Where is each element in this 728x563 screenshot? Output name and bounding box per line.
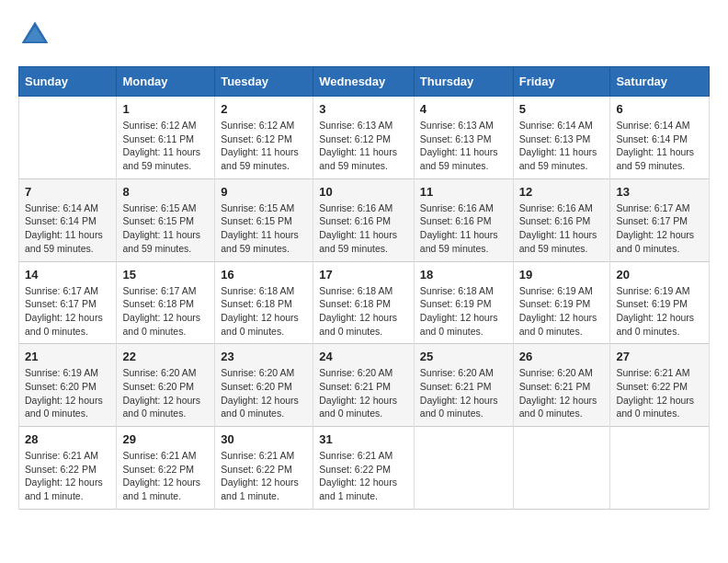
- day-info: Sunrise: 6:21 AMSunset: 6:22 PMDaylight:…: [122, 449, 209, 503]
- day-cell: 6Sunrise: 6:14 AMSunset: 6:14 PMDaylight…: [610, 97, 710, 179]
- day-info: Sunrise: 6:19 AMSunset: 6:20 PMDaylight:…: [25, 366, 110, 420]
- day-cell: 28Sunrise: 6:21 AMSunset: 6:22 PMDayligh…: [19, 427, 117, 510]
- day-info: Sunrise: 6:12 AMSunset: 6:12 PMDaylight:…: [221, 119, 307, 173]
- day-number: 3: [319, 102, 408, 116]
- day-info: Sunrise: 6:20 AMSunset: 6:20 PMDaylight:…: [221, 366, 307, 420]
- week-row-4: 21Sunrise: 6:19 AMSunset: 6:20 PMDayligh…: [19, 344, 710, 427]
- header-cell-friday: Friday: [513, 67, 610, 97]
- day-cell: 16Sunrise: 6:18 AMSunset: 6:18 PMDayligh…: [215, 261, 313, 344]
- day-cell: [513, 427, 610, 510]
- day-cell: 22Sunrise: 6:20 AMSunset: 6:20 PMDayligh…: [117, 344, 215, 427]
- day-info: Sunrise: 6:21 AMSunset: 6:22 PMDaylight:…: [319, 449, 408, 503]
- day-info: Sunrise: 6:20 AMSunset: 6:20 PMDaylight:…: [122, 366, 209, 420]
- logo: [18, 18, 57, 52]
- header-cell-saturday: Saturday: [610, 67, 710, 97]
- week-row-1: 1Sunrise: 6:12 AMSunset: 6:11 PMDaylight…: [19, 97, 710, 179]
- day-cell: [414, 427, 513, 510]
- day-number: 26: [519, 350, 605, 363]
- day-number: 9: [221, 185, 307, 199]
- day-number: 23: [221, 350, 307, 363]
- day-number: 25: [420, 350, 507, 363]
- header-cell-thursday: Thursday: [414, 67, 513, 97]
- day-number: 10: [319, 185, 408, 199]
- day-info: Sunrise: 6:13 AMSunset: 6:12 PMDaylight:…: [319, 119, 408, 173]
- day-cell: 13Sunrise: 6:17 AMSunset: 6:17 PMDayligh…: [610, 178, 710, 261]
- day-cell: 27Sunrise: 6:21 AMSunset: 6:22 PMDayligh…: [610, 344, 710, 427]
- day-number: 14: [25, 268, 110, 282]
- day-info: Sunrise: 6:20 AMSunset: 6:21 PMDaylight:…: [420, 366, 507, 420]
- day-number: 27: [616, 350, 703, 363]
- calendar-table: SundayMondayTuesdayWednesdayThursdayFrid…: [18, 66, 710, 510]
- day-cell: 17Sunrise: 6:18 AMSunset: 6:18 PMDayligh…: [313, 261, 415, 344]
- day-info: Sunrise: 6:21 AMSunset: 6:22 PMDaylight:…: [616, 366, 703, 420]
- day-cell: 15Sunrise: 6:17 AMSunset: 6:18 PMDayligh…: [117, 261, 215, 344]
- day-number: 15: [122, 268, 209, 282]
- day-number: 11: [420, 185, 507, 199]
- header-cell-sunday: Sunday: [19, 67, 117, 97]
- day-cell: 23Sunrise: 6:20 AMSunset: 6:20 PMDayligh…: [215, 344, 313, 427]
- day-cell: 2Sunrise: 6:12 AMSunset: 6:12 PMDaylight…: [215, 97, 313, 179]
- day-info: Sunrise: 6:17 AMSunset: 6:18 PMDaylight:…: [122, 284, 209, 339]
- day-cell: 29Sunrise: 6:21 AMSunset: 6:22 PMDayligh…: [117, 427, 215, 510]
- day-number: 29: [122, 432, 209, 446]
- day-number: 4: [420, 102, 507, 116]
- calendar-header: SundayMondayTuesdayWednesdayThursdayFrid…: [19, 67, 710, 97]
- day-info: Sunrise: 6:14 AMSunset: 6:14 PMDaylight:…: [616, 119, 703, 173]
- day-info: Sunrise: 6:15 AMSunset: 6:15 PMDaylight:…: [221, 201, 307, 256]
- calendar-body: 1Sunrise: 6:12 AMSunset: 6:11 PMDaylight…: [19, 97, 710, 510]
- day-info: Sunrise: 6:19 AMSunset: 6:19 PMDaylight:…: [616, 284, 703, 339]
- day-cell: 14Sunrise: 6:17 AMSunset: 6:17 PMDayligh…: [19, 261, 117, 344]
- day-cell: 18Sunrise: 6:18 AMSunset: 6:19 PMDayligh…: [414, 261, 513, 344]
- week-row-3: 14Sunrise: 6:17 AMSunset: 6:17 PMDayligh…: [19, 261, 710, 344]
- day-cell: 24Sunrise: 6:20 AMSunset: 6:21 PMDayligh…: [313, 344, 415, 427]
- day-cell: 10Sunrise: 6:16 AMSunset: 6:16 PMDayligh…: [313, 178, 415, 261]
- day-cell: 31Sunrise: 6:21 AMSunset: 6:22 PMDayligh…: [313, 427, 415, 510]
- day-cell: 3Sunrise: 6:13 AMSunset: 6:12 PMDaylight…: [313, 97, 415, 179]
- day-number: 20: [616, 268, 703, 282]
- day-number: 18: [420, 268, 507, 282]
- day-cell: [19, 97, 117, 179]
- day-number: 8: [122, 185, 209, 199]
- day-info: Sunrise: 6:20 AMSunset: 6:21 PMDaylight:…: [519, 366, 605, 420]
- day-cell: 20Sunrise: 6:19 AMSunset: 6:19 PMDayligh…: [610, 261, 710, 344]
- day-number: 7: [25, 185, 110, 199]
- day-cell: 25Sunrise: 6:20 AMSunset: 6:21 PMDayligh…: [414, 344, 513, 427]
- day-number: 2: [221, 102, 307, 116]
- day-number: 31: [319, 432, 408, 446]
- day-info: Sunrise: 6:14 AMSunset: 6:13 PMDaylight:…: [519, 119, 605, 173]
- day-info: Sunrise: 6:18 AMSunset: 6:18 PMDaylight:…: [319, 284, 408, 339]
- day-cell: 9Sunrise: 6:15 AMSunset: 6:15 PMDaylight…: [215, 178, 313, 261]
- day-number: 12: [519, 185, 605, 199]
- day-cell: 12Sunrise: 6:16 AMSunset: 6:16 PMDayligh…: [513, 178, 610, 261]
- day-number: 1: [122, 102, 209, 116]
- week-row-5: 28Sunrise: 6:21 AMSunset: 6:22 PMDayligh…: [19, 427, 710, 510]
- day-info: Sunrise: 6:13 AMSunset: 6:13 PMDaylight:…: [420, 119, 507, 173]
- day-info: Sunrise: 6:19 AMSunset: 6:19 PMDaylight:…: [519, 284, 605, 339]
- day-info: Sunrise: 6:21 AMSunset: 6:22 PMDaylight:…: [25, 449, 110, 503]
- day-info: Sunrise: 6:16 AMSunset: 6:16 PMDaylight:…: [519, 201, 605, 256]
- day-number: 22: [122, 350, 209, 363]
- day-cell: 1Sunrise: 6:12 AMSunset: 6:11 PMDaylight…: [117, 97, 215, 179]
- day-number: 28: [25, 432, 110, 446]
- day-info: Sunrise: 6:17 AMSunset: 6:17 PMDaylight:…: [616, 201, 703, 256]
- day-cell: 8Sunrise: 6:15 AMSunset: 6:15 PMDaylight…: [117, 178, 215, 261]
- day-number: 21: [25, 350, 110, 363]
- day-info: Sunrise: 6:18 AMSunset: 6:19 PMDaylight:…: [420, 284, 507, 339]
- day-cell: [610, 427, 710, 510]
- day-cell: 26Sunrise: 6:20 AMSunset: 6:21 PMDayligh…: [513, 344, 610, 427]
- day-info: Sunrise: 6:18 AMSunset: 6:18 PMDaylight:…: [221, 284, 307, 339]
- day-info: Sunrise: 6:16 AMSunset: 6:16 PMDaylight:…: [319, 201, 408, 256]
- day-info: Sunrise: 6:16 AMSunset: 6:16 PMDaylight:…: [420, 201, 507, 256]
- day-info: Sunrise: 6:12 AMSunset: 6:11 PMDaylight:…: [122, 119, 209, 173]
- header-cell-tuesday: Tuesday: [215, 67, 313, 97]
- day-number: 13: [616, 185, 703, 199]
- day-cell: 19Sunrise: 6:19 AMSunset: 6:19 PMDayligh…: [513, 261, 610, 344]
- day-cell: 7Sunrise: 6:14 AMSunset: 6:14 PMDaylight…: [19, 178, 117, 261]
- page-header: [18, 18, 710, 52]
- header-cell-wednesday: Wednesday: [313, 67, 415, 97]
- day-cell: 11Sunrise: 6:16 AMSunset: 6:16 PMDayligh…: [414, 178, 513, 261]
- header-cell-monday: Monday: [117, 67, 215, 97]
- day-cell: 21Sunrise: 6:19 AMSunset: 6:20 PMDayligh…: [19, 344, 117, 427]
- day-number: 30: [221, 432, 307, 446]
- day-cell: 5Sunrise: 6:14 AMSunset: 6:13 PMDaylight…: [513, 97, 610, 179]
